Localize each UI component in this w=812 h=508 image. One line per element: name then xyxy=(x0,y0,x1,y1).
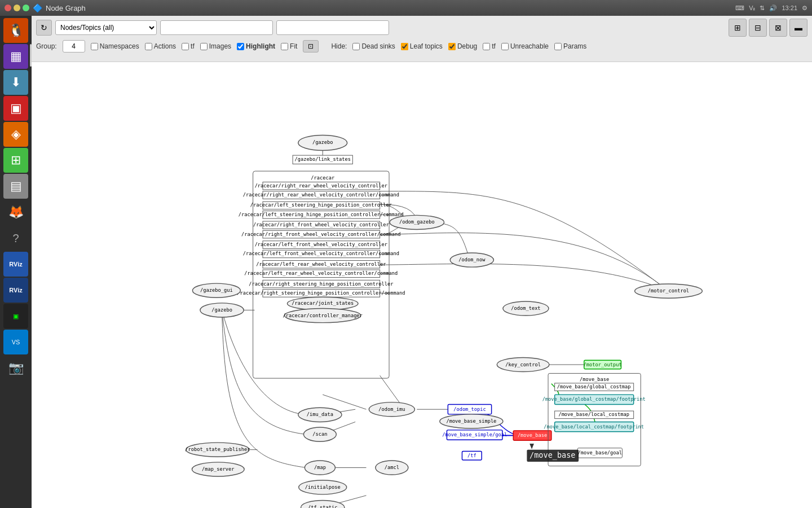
sidebar-item-rviz[interactable]: RViz xyxy=(3,252,28,277)
node-lshpc-label: /racecar/left_steering_hinge_position_co… xyxy=(250,202,392,208)
tf2-checkbox[interactable] xyxy=(483,43,490,50)
node-rrwvc-cmd-label: /racecar/right_rear_wheel_velocity_contr… xyxy=(243,192,399,198)
node-lrwvc-label: /racecar/left_rear_wheel_velocity_contro… xyxy=(256,261,386,267)
debug-checkbox-label[interactable]: Debug xyxy=(448,42,477,50)
actions-checkbox-label[interactable]: Actions xyxy=(145,42,176,50)
node-lshpc-cmd-label: /racecar/left_steering_hinge_position_co… xyxy=(239,212,404,217)
search-input[interactable] xyxy=(160,20,273,35)
node-move-base-label: /move_base xyxy=(518,432,547,438)
leaf-topics-checkbox[interactable] xyxy=(401,43,408,50)
params-checkbox-label[interactable]: Params xyxy=(554,42,586,50)
app-icon: 🔷 xyxy=(33,3,42,12)
vnc-icon: V₂ xyxy=(749,5,755,12)
node-amcl-label: /amcl xyxy=(385,465,399,470)
layout-btn1[interactable]: ⊞ xyxy=(729,19,747,37)
namespaces-checkbox-label[interactable]: Namespaces xyxy=(91,42,139,50)
node-odom-gazebo-label: /odom_gazebo xyxy=(399,219,435,225)
params-checkbox[interactable] xyxy=(554,43,562,50)
node-imu-data-label: /imu_data xyxy=(307,411,333,417)
clock: 13:21 xyxy=(782,5,797,11)
node-rfwvc-cmd-label: /racecar/right_front_wheel_velocity_cont… xyxy=(241,231,400,237)
node-gazebo-top-label: /gazebo xyxy=(312,139,333,145)
dead-sinks-checkbox[interactable] xyxy=(352,43,360,50)
group-input[interactable] xyxy=(63,40,85,52)
close-button[interactable] xyxy=(5,5,11,11)
move-base-container-label: /move_base xyxy=(580,376,609,382)
sidebar-item-app1[interactable]: ▣ xyxy=(3,96,28,121)
node-joint-states-label: /racecar/joint_states xyxy=(292,300,354,306)
hide-label: Hide: xyxy=(331,42,347,50)
highlight-checkbox[interactable] xyxy=(237,43,244,50)
sidebar-item-files[interactable]: ▦ xyxy=(3,44,28,69)
node-scan-label: /scan xyxy=(312,431,327,437)
sidebar-item-terminal[interactable]: ▣ xyxy=(3,304,28,329)
node-tf-label: /tf xyxy=(467,453,476,458)
sidebar-item-rviz2[interactable]: RViz xyxy=(3,278,28,303)
namespaces-checkbox[interactable] xyxy=(91,43,98,50)
sidebar-item-ubuntu[interactable]: 🐧 xyxy=(3,18,28,43)
tooltip-text: /move_base xyxy=(529,450,575,460)
fit-checkbox-label[interactable]: Fit xyxy=(281,42,297,50)
tf-checkbox-label[interactable]: tf xyxy=(182,42,195,50)
racecar-container-label: /racecar xyxy=(311,175,334,181)
node-odom-imu-label: /odom_imu xyxy=(378,406,405,412)
main-area: ↻ Nodes/Topics (all) ⊞ ⊟ ⊠ ▬ Group: Name… xyxy=(32,16,812,508)
node-key-control-label: /key_control xyxy=(505,362,541,367)
view-dropdown[interactable]: Nodes/Topics (all) xyxy=(55,20,157,35)
layout-btn3[interactable]: ⊠ xyxy=(769,19,787,37)
graph-area[interactable]: /gazebo /gazebo/link_states /racecar /ra… xyxy=(32,62,812,508)
tf-checkbox[interactable] xyxy=(182,43,189,50)
images-checkbox-label[interactable]: Images xyxy=(200,42,231,50)
sidebar-item-folder[interactable]: ▤ xyxy=(3,174,28,199)
node-rfwvc-label: /racecar/right_front_wheel_velocity_cont… xyxy=(253,222,389,227)
sidebar-item-vscode[interactable]: VS xyxy=(3,330,28,354)
layout-btn2[interactable]: ⊟ xyxy=(749,19,767,37)
node-gcm-label: /move_base/global_costmap xyxy=(557,384,631,389)
node-motor-control-label: /motor_control xyxy=(648,288,689,294)
sidebar-item-help[interactable]: ? xyxy=(3,226,28,251)
node-lfwvc-cmd-label: /racecar/left_front_wheel_velocity_contr… xyxy=(243,251,399,256)
sidebar: 🐧 ▦ ⬇ ▣ ◈ ⊞ ▤ 🦊 ? RViz RViz ▣ VS 📷 xyxy=(0,16,32,508)
node-tf-static-label: /tf_static xyxy=(308,505,337,508)
sidebar-item-grid[interactable]: ⊞ xyxy=(3,148,28,173)
refresh-button[interactable]: ↻ xyxy=(36,20,52,36)
node-mb-goal-label: /move_base/goal xyxy=(578,450,622,456)
node-rshpc-cmd-label: /racecar/right_steering_hinge_position_c… xyxy=(237,290,405,296)
node-rrwvc-label: /racecar/right_rear_wheel_velocity_contr… xyxy=(255,183,387,189)
highlight-checkbox-label[interactable]: Highlight xyxy=(237,42,275,50)
node-lcm-fp-label: /move_base/local_costmap/footprint xyxy=(544,424,644,430)
settings-icon[interactable]: ⚙ xyxy=(802,5,807,12)
tf2-checkbox-label[interactable]: tf xyxy=(483,42,496,50)
sidebar-item-firefox[interactable]: 🦊 xyxy=(3,200,28,225)
actions-checkbox[interactable] xyxy=(145,43,152,50)
dead-sinks-checkbox-label[interactable]: Dead sinks xyxy=(352,42,395,50)
debug-checkbox[interactable] xyxy=(448,43,456,50)
network-icon: ⇅ xyxy=(760,5,765,12)
node-rsp-label: /robot_state_publisher xyxy=(185,446,250,452)
leaf-topics-checkbox-label[interactable]: Leaf topics xyxy=(401,42,443,50)
node-lfwvc-label: /racecar/left_front_wheel_velocity_contr… xyxy=(255,242,387,247)
images-checkbox[interactable] xyxy=(200,43,208,50)
window-controls[interactable] xyxy=(5,5,29,11)
node-map-server-label: /map_server xyxy=(202,466,235,472)
unreachable-checkbox[interactable] xyxy=(501,43,509,50)
sidebar-item-camera[interactable]: 📷 xyxy=(3,356,28,380)
node-odom-now-label: /odom_now xyxy=(458,257,486,262)
sidebar-item-layers[interactable]: ◈ xyxy=(3,122,28,147)
graph-svg[interactable]: /gazebo /gazebo/link_states /racecar /ra… xyxy=(32,62,812,508)
node-gcm-fp-label: /move_base/global_costmap/footprint xyxy=(542,396,646,402)
node-controller-manager-label: /racecar/controller_manager xyxy=(283,313,363,318)
node-lcm-label: /move_base/local_costmap xyxy=(558,411,629,417)
minimize-button[interactable] xyxy=(14,5,20,11)
fit-button[interactable]: ⊡ xyxy=(303,40,319,52)
layout-btn4[interactable]: ▬ xyxy=(789,19,807,37)
node-lrwvc-cmd-label: /racecar/left_rear_wheel_velocity_contro… xyxy=(244,270,398,276)
sidebar-item-download[interactable]: ⬇ xyxy=(3,70,28,95)
node-gazebo-main-label: /gazebo xyxy=(211,307,232,313)
node-gazebo-link-states-label: /gazebo/link_states xyxy=(295,156,351,162)
node-gazebo-gui-label: /gazebo_gui xyxy=(200,287,233,293)
filter-input[interactable] xyxy=(276,20,389,35)
maximize-button[interactable] xyxy=(23,5,29,11)
fit-checkbox[interactable] xyxy=(281,43,288,50)
unreachable-checkbox-label[interactable]: Unreachable xyxy=(501,42,549,50)
